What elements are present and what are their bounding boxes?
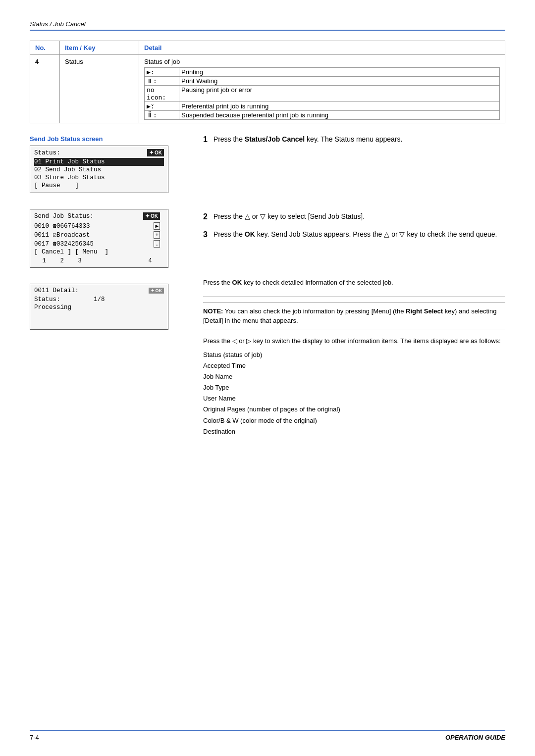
ok-dots-icon: ✦: [151, 288, 155, 293]
table-header-item: Item / Key: [60, 41, 139, 55]
lcd2-row-3-icon: .: [154, 240, 160, 248]
lcd2-title: Send Job Status:: [34, 213, 94, 220]
switch-note-block: Press the ◁ or ▷ key to switch the displ…: [203, 336, 505, 437]
footer-page-number: 7-4: [30, 734, 39, 741]
step-3: 3 Press the OK key. Send Job Status appe…: [203, 230, 505, 239]
divider: [203, 297, 505, 297]
lcd2-row-3-container: 0017 ☎0324256345 .: [34, 239, 160, 248]
status-row-noicon: no icon: Pausing print job or error: [145, 86, 500, 102]
table-cell-no: 4: [30, 55, 60, 123]
lcd3-line2: Status: 1/8: [34, 296, 164, 303]
step-3-text: Press the OK key. Send Job Status appear…: [214, 230, 504, 238]
lcd2-row-1-container: 0010 ☎066764333 ▶: [34, 221, 160, 230]
pause-icon-cell: ⏸:: [145, 77, 179, 86]
status-row-suspended: ⏸̈: Suspended because preferential print…: [145, 111, 500, 120]
detail-item-2: Accepted Time: [203, 360, 505, 371]
right-column: 1 Press the Status/Job Cancel key. The S…: [203, 135, 505, 437]
table-row: 4 Status Status of job ▶: Printing ⏸: Pr…: [30, 55, 505, 123]
step-spacer-2: [203, 248, 505, 278]
switch-note-text: Press the ◁ or ▷ key to switch the displ…: [203, 336, 505, 346]
noicon-desc: Pausing print job or error: [179, 86, 500, 102]
lcd2-buttons-row: [ Cancel ] [ Menu ]: [34, 248, 160, 256]
table-cell-item: Status: [60, 55, 139, 123]
ann-4: 4: [142, 257, 158, 264]
send-job-status-section: Send Job Status screen Status: ✦ OK 01 P…: [30, 135, 505, 437]
lcd2-row-2: 0011 ☑Broadcast: [34, 230, 154, 239]
detail-ok-bold: OK: [232, 279, 242, 286]
lcd1-row-4: [ Pause ]: [34, 182, 164, 190]
status-row-preferential: ▶̈: Preferential print job is running: [145, 102, 500, 111]
wait-desc: Print Waiting: [179, 77, 500, 86]
print-desc: Printing: [179, 68, 500, 77]
page-header: Status / Job Cancel: [30, 20, 505, 31]
ann-1: 1: [36, 257, 52, 264]
lcd2-row-2-container: 0011 ☑Broadcast +: [34, 230, 160, 239]
step-2-text: Press the △ or ▽ key to select [Send Job…: [214, 212, 504, 220]
detail-note: Press the OK key to check detailed infor…: [203, 278, 505, 288]
lcd2-row-1: 0010 ☎066764333: [34, 221, 154, 230]
lcd3-title-row: 0011 Detail: ✦ OK: [34, 287, 164, 294]
detail-item-5: User Name: [203, 393, 505, 404]
lcd3-line3: Processing: [34, 303, 164, 311]
lcd-screen-2: Send Job Status: ✦ OK 0010 ☎066764333 ▶ …: [30, 209, 168, 268]
ok-arrow-icon-2: ✦: [145, 213, 150, 219]
status-row-waiting: ⏸: Print Waiting: [145, 77, 500, 86]
page-header-title: Status / Job Cancel: [30, 20, 86, 28]
step-1: 1 Press the Status/Job Cancel key. The S…: [203, 135, 505, 144]
status-table: No. Item / Key Detail 4 Status Status of…: [30, 41, 505, 123]
lcd-screen-3: 0011 Detail: ✦ OK Status: 1/8 Processing: [30, 284, 168, 330]
lcd2-row-2-icon: +: [154, 231, 160, 239]
lcd1-row-1: 01 Print Job Status: [34, 158, 164, 166]
status-row-printing: ▶: Printing: [145, 68, 500, 77]
lcd3-line1: 0011 Detail:: [34, 287, 79, 294]
pref-icon-cell: ▶̈:: [145, 102, 179, 111]
lcd2-annotations: 1 2 3 4: [34, 257, 160, 264]
detail-item-8: Destination: [203, 426, 505, 437]
step-3-bold-ok: OK: [245, 230, 255, 238]
note-label: NOTE:: [203, 307, 223, 315]
detail-note-text: Press the OK key to check detailed infor…: [203, 278, 505, 288]
table-header-detail: Detail: [139, 41, 505, 55]
left-column: Send Job Status screen Status: ✦ OK 01 P…: [30, 135, 188, 437]
footer-guide-title: OPERATION GUIDE: [445, 734, 505, 741]
lcd1-row-3: 03 Store Job Status: [34, 174, 164, 182]
detail-item-4: Job Type: [203, 382, 505, 393]
susp-icon-cell: ⏸̈:: [145, 111, 179, 120]
ann-2: 2: [54, 257, 70, 264]
print-icon-cell: ▶:: [145, 68, 179, 77]
step-spacer: [203, 153, 505, 212]
lcd1-title-row: Status: ✦ OK: [34, 149, 164, 156]
detail-item-1: Status (status of job): [203, 350, 505, 360]
step-2: 2 Press the △ or ▽ key to select [Send J…: [203, 212, 505, 221]
step-3-number: 3: [203, 230, 208, 239]
screen-section-label: Send Job Status screen: [30, 135, 188, 143]
step-1-bold: Status/Job Cancel: [245, 135, 305, 143]
lcd2-row-3: 0017 ☎0324256345: [34, 239, 154, 248]
lcd1-ok-label: OK: [155, 150, 162, 155]
status-detail-table: ▶: Printing ⏸: Print Waiting no icon: Pa…: [144, 67, 500, 120]
note-box: NOTE: You can also check the job informa…: [203, 302, 505, 330]
lcd2-ok-badge: ✦ OK: [143, 212, 160, 220]
detail-item-6: Original Pages (number of pages of the o…: [203, 404, 505, 415]
lcd3-spacer: [34, 311, 164, 326]
page-footer: 7-4 OPERATION GUIDE: [30, 730, 505, 741]
lcd2-title-row: Send Job Status: ✦ OK: [34, 212, 160, 220]
lcd2-ok-label: OK: [151, 213, 158, 219]
table-header-no: No.: [30, 41, 60, 55]
table-cell-detail: Status of job ▶: Printing ⏸: Print Waiti…: [139, 55, 505, 123]
step-1-number: 1: [203, 135, 208, 144]
note-right-select-bold: Right Select: [406, 307, 443, 315]
lcd1-row-2: 02 Send Job Status: [34, 166, 164, 174]
page-container: Status / Job Cancel No. Item / Key Detai…: [0, 0, 535, 477]
lcd1-title: Status:: [34, 150, 60, 156]
pref-desc: Preferential print job is running: [179, 102, 500, 111]
detail-item-7: Color/B & W (color mode of the original): [203, 415, 505, 426]
detail-title: Status of job: [144, 58, 500, 65]
no-icon-cell: no icon:: [145, 86, 179, 102]
susp-desc: Suspended because preferential print job…: [179, 111, 500, 120]
note-text: NOTE: You can also check the job informa…: [203, 306, 505, 326]
lcd3-ok-badge: ✦ OK: [149, 288, 164, 294]
detail-item-3: Job Name: [203, 371, 505, 382]
detail-info-list: Status (status of job) Accepted Time Job…: [203, 350, 505, 437]
ok-arrow-icon: ✦: [149, 150, 154, 156]
